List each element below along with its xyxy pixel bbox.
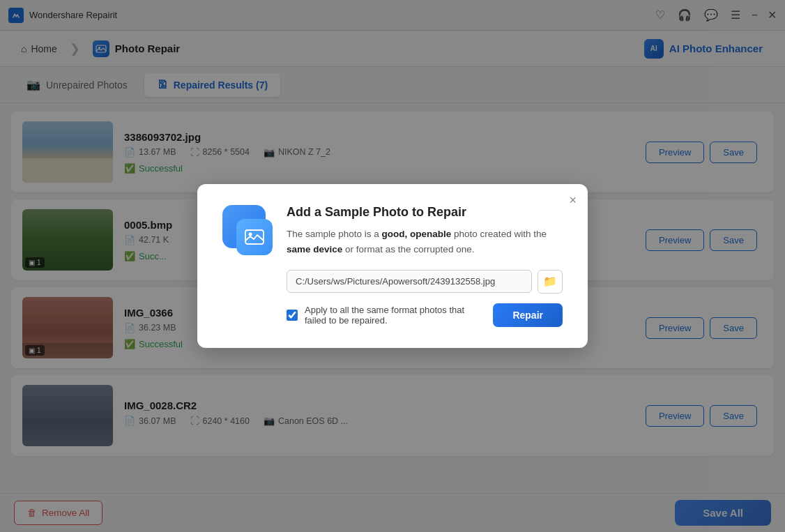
folder-icon: 📁 (543, 275, 557, 288)
svg-point-4 (249, 233, 252, 236)
modal-close-button[interactable]: × (569, 194, 577, 206)
modal-dialog: × Add a Sample Photo to Repair The sampl… (197, 184, 588, 347)
apply-all-label: Apply to all the same format photos that… (305, 305, 486, 326)
modal-description: The sample photo is a good, openable pho… (287, 227, 563, 257)
photo-icon (244, 227, 265, 248)
desc-text-3: or format as the corrupted one. (342, 244, 474, 254)
repair-button[interactable]: Repair (493, 303, 563, 327)
desc-bold-2: same device (287, 244, 342, 254)
modal-checkbox-row: Apply to all the same format photos that… (287, 303, 563, 327)
apply-all-checkbox[interactable] (287, 310, 298, 321)
modal-icon-front (236, 219, 273, 255)
desc-bold-1: good, openable (382, 229, 452, 239)
modal-icon-wrapper (222, 205, 273, 255)
browse-folder-button[interactable]: 📁 (538, 270, 563, 294)
svg-rect-3 (245, 230, 264, 244)
desc-text-1: The sample photo is a (287, 229, 382, 239)
modal-content: Add a Sample Photo to Repair The sample … (287, 205, 563, 326)
modal-path-row: 📁 (287, 270, 563, 294)
modal-body: Add a Sample Photo to Repair The sample … (222, 205, 563, 326)
desc-text-2: photo created with the (451, 229, 547, 239)
sample-photo-path-input[interactable] (287, 270, 532, 293)
modal-title: Add a Sample Photo to Repair (287, 205, 563, 220)
modal-overlay[interactable]: × Add a Sample Photo to Repair The sampl… (0, 0, 785, 532)
